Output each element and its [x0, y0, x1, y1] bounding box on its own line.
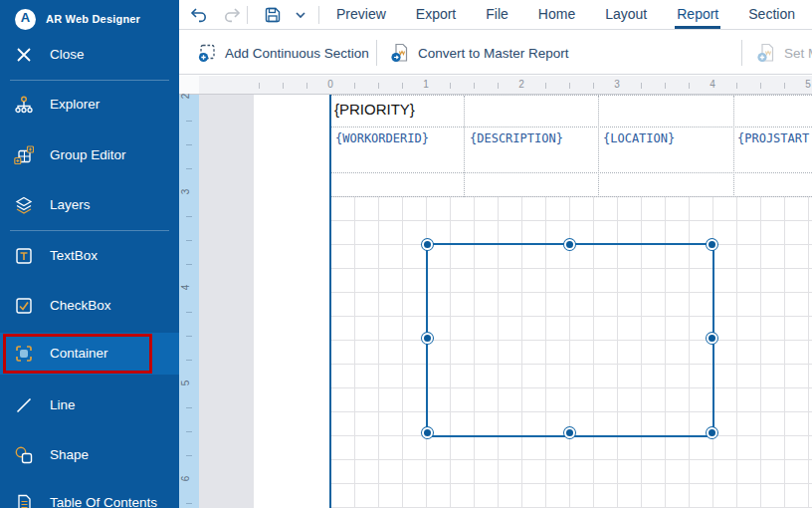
tab-preview[interactable]: Preview	[336, 0, 386, 30]
horizontal-ruler: 012345	[199, 76, 812, 95]
app-logo-row: A AR Web Designer	[0, 6, 179, 34]
field-description[interactable]: {DESCRIPTION}	[470, 131, 597, 145]
ruler-tick	[354, 83, 355, 89]
layers-icon	[14, 195, 34, 215]
resize-handle[interactable]	[566, 429, 573, 436]
ruler-tick	[186, 431, 192, 432]
toc-icon	[14, 493, 34, 508]
save-button[interactable]	[263, 5, 283, 25]
set-master-report-button: Set Master Report	[756, 39, 812, 67]
ruler-tick	[689, 83, 690, 89]
field-location[interactable]: {LOCATION}	[603, 131, 732, 145]
sidebar-item-layers[interactable]: Layers	[0, 192, 179, 220]
ruler-tick	[402, 83, 403, 89]
selected-container-shape[interactable]	[426, 243, 714, 437]
v-ruler-number: 4	[180, 285, 191, 291]
field-workorderid[interactable]: {WORKORDERID}	[335, 131, 463, 145]
resize-handle[interactable]	[709, 429, 715, 436]
app-title: AR Web Designer	[46, 13, 140, 25]
sidebar-item-table-of-contents[interactable]: Table Of Contents	[0, 490, 179, 508]
ruler-tick	[186, 240, 192, 241]
cell-border	[330, 172, 812, 173]
ruler-tick	[378, 83, 379, 89]
toolbar-separator	[376, 40, 377, 66]
tab-file[interactable]: File	[486, 0, 508, 30]
ruler-tick	[186, 503, 192, 504]
toolbar-button-label: Add Continuous Section	[225, 46, 369, 61]
sidebar-item-label: Explorer	[50, 97, 100, 112]
field-projstart[interactable]: {PROJSTART	[737, 131, 812, 145]
ruler-tick	[283, 83, 284, 89]
sidebar-divider	[10, 80, 169, 81]
redo-icon	[222, 5, 242, 25]
textbox-icon	[14, 246, 34, 266]
field-priority[interactable]: {PRIORITY}	[334, 101, 415, 118]
sidebar-item-checkbox[interactable]: CheckBox	[0, 293, 179, 321]
resize-handle[interactable]	[566, 241, 573, 248]
resize-handle[interactable]	[424, 429, 431, 436]
container-annotation-box	[3, 334, 152, 374]
ruler-corner	[179, 76, 199, 95]
sidebar-item-label: Line	[50, 397, 76, 412]
toolbar-button-label: Set Master Report	[784, 46, 812, 61]
tab-layout[interactable]: Layout	[605, 0, 647, 30]
cell-border	[733, 96, 734, 197]
v-ruler-number: 3	[180, 189, 191, 195]
tab-section[interactable]: Section	[748, 0, 795, 30]
cell-border	[330, 196, 812, 197]
resize-handle[interactable]	[709, 241, 715, 248]
convert-to-master-report-button[interactable]: Convert to Master Report	[390, 39, 569, 67]
h-ruler-number: 2	[518, 79, 524, 90]
save-menu-chevron[interactable]	[291, 5, 310, 25]
chevron-down-icon	[291, 5, 310, 25]
design-canvas: 012345 23456 {PRIORITY} {WORKORDERID}{DE…	[179, 0, 812, 508]
sidebar-item-label: Close	[50, 47, 85, 62]
sidebar-item-shape[interactable]: Shape	[0, 442, 179, 470]
sidebar-item-line[interactable]: Line	[0, 392, 179, 420]
save-icon	[263, 5, 283, 25]
page-margin-line	[329, 95, 331, 508]
sidebar-item-textbox[interactable]: TextBox	[0, 243, 179, 271]
resize-handle[interactable]	[709, 335, 715, 342]
ruler-tick	[474, 83, 475, 89]
ruler-tick	[186, 336, 192, 337]
sidebar-item-close[interactable]: Close	[0, 42, 179, 70]
report-header-area: {PRIORITY} {WORKORDERID}{DESCRIPTION}{LO…	[330, 95, 812, 196]
add-section-icon	[197, 43, 217, 63]
h-ruler-number: 0	[327, 79, 333, 90]
canvas-margin-area	[199, 95, 254, 508]
vertical-ruler: 23456	[179, 95, 199, 508]
sidebar-item-label: Shape	[50, 447, 89, 462]
tab-export[interactable]: Export	[416, 0, 456, 30]
ruler-tick	[545, 83, 546, 89]
tab-report[interactable]: Report	[677, 0, 718, 30]
sidebar-item-group-editor[interactable]: Group Editor	[0, 142, 179, 170]
redo-button	[222, 5, 242, 25]
h-ruler-number: 1	[423, 79, 429, 90]
undo-button[interactable]	[189, 5, 209, 25]
toolbar-separator	[741, 40, 742, 66]
sidebar-item-explorer[interactable]: Explorer	[0, 92, 179, 120]
sidebar-item-label: Layers	[50, 197, 91, 212]
h-ruler-number: 5	[805, 79, 811, 90]
report-toolbar: Add Continuous Section Convert to Master…	[179, 31, 812, 75]
h-ruler-number: 3	[614, 79, 620, 90]
resize-handle[interactable]	[424, 335, 431, 342]
ruler-tick	[784, 83, 785, 89]
ruler-tick	[450, 83, 451, 89]
add-continuous-section-button[interactable]: Add Continuous Section	[197, 39, 369, 67]
cell-border	[330, 127, 812, 127]
tab-home[interactable]: Home	[538, 0, 575, 30]
shape-icon	[14, 445, 34, 465]
sidebar-divider	[10, 230, 169, 231]
ruler-tick	[186, 360, 192, 361]
undo-icon	[189, 5, 209, 25]
ruler-tick	[186, 168, 192, 169]
v-ruler-number: 2	[180, 94, 191, 100]
resize-handle[interactable]	[424, 241, 431, 248]
app-logo-icon: A	[15, 9, 36, 30]
menu-tabs: PreviewExportFileHomeLayoutReportSection	[336, 0, 795, 30]
ruler-tick	[259, 83, 260, 89]
toolbar-button-label: Convert to Master Report	[418, 46, 569, 61]
ruler-tick	[186, 264, 192, 265]
